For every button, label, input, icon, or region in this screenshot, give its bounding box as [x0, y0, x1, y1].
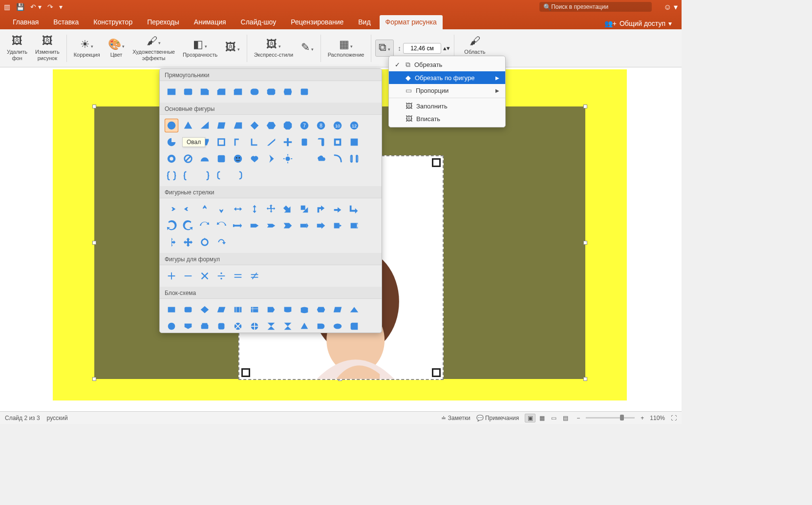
shape-option[interactable]: [314, 319, 328, 333]
shape-option[interactable]: [281, 152, 295, 166]
language-indicator[interactable]: русский: [47, 415, 68, 421]
shape-option[interactable]: [181, 202, 195, 216]
shape-option[interactable]: [181, 152, 195, 166]
shape-option[interactable]: 7: [298, 119, 311, 132]
shape-option[interactable]: [165, 202, 178, 216]
shape-option[interactable]: [248, 269, 261, 283]
shape-option[interactable]: [214, 85, 228, 99]
shape-option[interactable]: [281, 85, 295, 99]
tab-animations[interactable]: Анимация: [188, 15, 232, 29]
shape-option[interactable]: [214, 119, 228, 132]
shape-option[interactable]: [347, 219, 361, 232]
shape-option[interactable]: [281, 135, 295, 149]
menu-item-crop-to-shape[interactable]: ◆Обрезать по фигуре▶: [389, 71, 505, 84]
shape-option[interactable]: [347, 152, 361, 166]
shape-option[interactable]: [298, 219, 311, 232]
sorter-view-button[interactable]: ▦: [536, 414, 547, 422]
undo-icon[interactable]: ↶ ▾: [30, 3, 42, 11]
shape-option[interactable]: [231, 168, 245, 182]
shape-option[interactable]: 8: [314, 119, 328, 132]
shape-option[interactable]: [281, 303, 295, 316]
shape-option[interactable]: [231, 219, 245, 232]
shape-option[interactable]: 12: [347, 119, 361, 132]
shape-option[interactable]: [347, 202, 361, 216]
shape-option[interactable]: [198, 168, 212, 182]
shape-option[interactable]: [165, 235, 178, 249]
tab-home[interactable]: Главная: [7, 15, 44, 29]
shape-option[interactable]: [231, 119, 245, 132]
compress-reset-button[interactable]: 🖼: [222, 40, 243, 56]
shape-option[interactable]: [231, 269, 245, 283]
resize-handle[interactable]: [92, 241, 96, 245]
shape-option[interactable]: [214, 235, 228, 249]
shape-option[interactable]: [264, 219, 278, 232]
picture-border-button[interactable]: ✎: [298, 40, 317, 56]
shape-option[interactable]: [165, 269, 178, 283]
shape-option[interactable]: [331, 303, 344, 316]
shape-option[interactable]: [248, 85, 261, 99]
shape-option[interactable]: [331, 319, 344, 333]
shape-option[interactable]: [331, 202, 344, 216]
quick-styles-button[interactable]: 🖼Экспресс-стили: [251, 37, 296, 60]
resize-handle[interactable]: [583, 377, 587, 381]
crop-handle[interactable]: [432, 158, 441, 167]
tab-review[interactable]: Рецензирование: [285, 15, 349, 29]
shape-option[interactable]: [248, 202, 261, 216]
shape-option[interactable]: [314, 219, 328, 232]
tab-view[interactable]: Вид: [352, 15, 376, 29]
shape-option[interactable]: [165, 303, 178, 316]
shape-option[interactable]: [248, 152, 261, 166]
shape-option[interactable]: [264, 202, 278, 216]
tab-transitions[interactable]: Переходы: [141, 15, 185, 29]
shape-option[interactable]: [248, 135, 261, 149]
shape-option[interactable]: [248, 303, 261, 316]
shape-option[interactable]: [248, 219, 261, 232]
fit-to-window-button[interactable]: ⛶: [671, 415, 677, 421]
tab-insert[interactable]: Вставка: [47, 15, 85, 29]
artistic-effects-button[interactable]: 🖌Художественные эффекты: [129, 34, 178, 63]
shape-option[interactable]: [181, 319, 195, 333]
zoom-level[interactable]: 110%: [650, 415, 665, 421]
menu-item-fill[interactable]: 🖼Заполнить: [389, 100, 505, 112]
shape-option[interactable]: [198, 219, 212, 232]
menu-item-crop[interactable]: ✓⧉Обрезать: [389, 58, 505, 71]
shape-option[interactable]: [298, 202, 311, 216]
transparency-button[interactable]: ◧Прозрачность: [180, 37, 220, 60]
shape-option[interactable]: [165, 85, 178, 99]
shape-option[interactable]: [314, 152, 328, 166]
shape-option[interactable]: [264, 152, 278, 166]
shape-option[interactable]: [165, 319, 178, 333]
user-icon[interactable]: ☺ ▾: [663, 2, 678, 12]
shape-option[interactable]: [214, 152, 228, 166]
zoom-in-button[interactable]: +: [641, 415, 644, 421]
shape-option[interactable]: [314, 303, 328, 316]
redo-icon[interactable]: ↷: [47, 3, 53, 11]
shape-option[interactable]: [198, 119, 212, 132]
shape-option[interactable]: [198, 269, 212, 283]
shape-option[interactable]: [181, 85, 195, 99]
search-box[interactable]: 🔍: [539, 2, 652, 12]
shape-option[interactable]: [298, 303, 311, 316]
shape-option[interactable]: [347, 135, 361, 149]
zoom-out-button[interactable]: −: [577, 415, 580, 421]
shape-option[interactable]: [281, 119, 295, 132]
shape-option[interactable]: [165, 168, 178, 182]
shape-option[interactable]: [264, 303, 278, 316]
resize-handle[interactable]: [92, 105, 96, 108]
shape-option[interactable]: [198, 319, 212, 333]
crop-handle[interactable]: [241, 368, 250, 377]
height-stepper[interactable]: ▴▾: [443, 44, 450, 52]
shape-option[interactable]: [231, 85, 245, 99]
shape-option[interactable]: [214, 202, 228, 216]
shape-option[interactable]: 10: [331, 119, 344, 132]
shape-option[interactable]: [248, 119, 261, 132]
search-input[interactable]: [551, 3, 648, 10]
shape-option[interactable]: [281, 319, 295, 333]
shape-option[interactable]: [198, 202, 212, 216]
shape-option[interactable]: [231, 319, 245, 333]
shape-option[interactable]: [181, 269, 195, 283]
shape-option[interactable]: [298, 152, 311, 166]
corrections-button[interactable]: ☀Коррекция: [71, 37, 103, 60]
shape-option[interactable]: [181, 235, 195, 249]
zoom-slider[interactable]: [586, 417, 635, 419]
